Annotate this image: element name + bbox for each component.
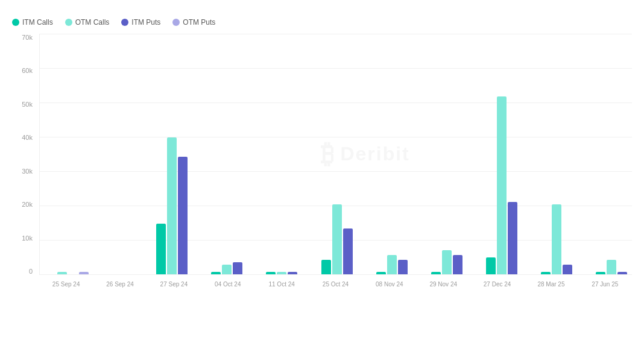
bar-4-itm_calls [266,272,276,274]
bar-5-itm_calls [321,260,331,274]
x-label-7: 29 Nov 24 [429,281,457,288]
x-label-3: 04 Oct 24 [215,281,241,288]
x-label-4: 11 Oct 24 [268,281,294,288]
bar-2-itm_calls [156,224,166,274]
bar-4-itm_puts [288,272,297,274]
grid-line-1 [40,68,632,69]
legend-label-itm-calls: ITM Calls [22,18,53,27]
y-label-5: 20k [22,201,33,208]
bar-2-otm_calls [167,137,177,274]
y-label-2: 50k [22,101,33,108]
chart-area: 70k60k50k40k30k20k10k0 ₿ Deribit 25 Sep … [12,34,632,293]
bar-7-otm_calls [442,250,452,274]
bar-7-itm_puts [453,255,462,274]
bar-0-otm_puts [79,272,89,274]
legend-item-otm-calls: OTM Calls [65,18,110,27]
x-label-8: 27 Dec 24 [484,281,511,288]
bar-7-itm_calls [431,272,441,274]
bar-10-itm_puts [617,272,627,274]
bar-5-itm_puts [343,228,353,274]
bar-6-otm_calls [387,255,397,274]
legend-dot-otm-calls [65,19,72,26]
bar-4-otm_calls [277,272,286,274]
grid-line-4 [40,171,632,172]
bar-10-itm_calls [596,272,605,274]
legend-dot-otm-puts [172,19,180,26]
bar-9-itm_calls [541,272,551,274]
bar-8-itm_calls [486,257,496,274]
y-axis: 70k60k50k40k30k20k10k0 [12,34,36,275]
grid-line-2 [40,102,632,103]
x-label-1: 26 Sep 24 [106,281,134,288]
legend-item-itm-puts: ITM Puts [121,18,160,27]
bar-0-otm_calls [57,272,67,274]
chart-container: ITM Calls OTM Calls ITM Puts OTM Puts 70… [0,0,644,337]
bar-6-itm_calls [376,272,386,274]
y-label-0: 70k [22,34,33,41]
legend-label-otm-calls: OTM Calls [75,18,110,27]
legend-label-itm-puts: ITM Puts [131,18,160,27]
legend-item-itm-calls: ITM Calls [12,18,53,27]
legend-dot-itm-puts [121,19,128,26]
grid-line-0 [40,34,632,34]
bar-3-itm_puts [233,262,242,274]
bar-8-otm_calls [497,96,507,274]
bar-3-otm_calls [222,265,232,274]
bar-6-itm_puts [398,260,408,274]
x-labels: 25 Sep 2426 Sep 2427 Sep 2404 Oct 2411 O… [39,275,632,293]
grid-line-3 [40,137,632,137]
y-label-7: 0 [29,268,33,275]
x-label-2: 27 Sep 24 [160,281,188,288]
bar-5-otm_calls [332,204,342,274]
bar-2-itm_puts [178,157,188,275]
bar-9-itm_puts [563,265,572,274]
x-label-10: 27 Jun 25 [592,281,618,288]
plot-area: ₿ Deribit [39,34,632,275]
y-label-4: 30k [22,168,33,175]
bar-8-itm_puts [508,202,517,274]
y-label-3: 40k [22,134,33,141]
y-label-1: 60k [22,67,33,74]
bar-10-otm_calls [607,260,616,274]
x-label-6: 08 Nov 24 [376,281,403,288]
x-label-9: 28 Mar 25 [537,281,564,288]
x-label-0: 25 Sep 24 [52,281,80,288]
bar-9-otm_calls [552,204,561,274]
y-label-6: 10k [22,235,33,242]
legend: ITM Calls OTM Calls ITM Puts OTM Puts [12,18,632,27]
legend-dot-itm-calls [12,19,19,26]
legend-label-otm-puts: OTM Puts [183,18,215,27]
legend-item-otm-puts: OTM Puts [172,18,215,27]
bar-3-itm_calls [211,272,221,274]
watermark: ₿ Deribit [321,139,409,169]
x-label-5: 25 Oct 24 [323,281,349,288]
